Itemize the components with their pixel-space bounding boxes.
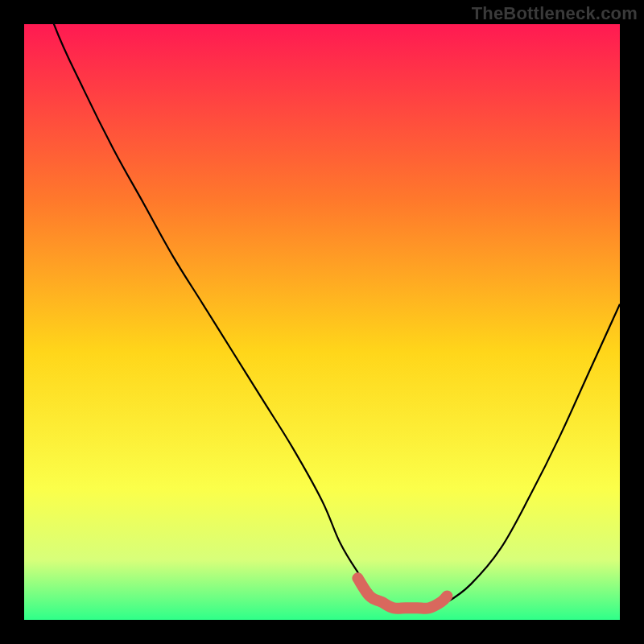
plot-area xyxy=(24,24,620,620)
gradient-background xyxy=(24,24,620,620)
bottleneck-chart xyxy=(24,24,620,620)
watermark-text: TheBottleneck.com xyxy=(472,3,638,24)
chart-container: TheBottleneck.com xyxy=(0,0,644,644)
